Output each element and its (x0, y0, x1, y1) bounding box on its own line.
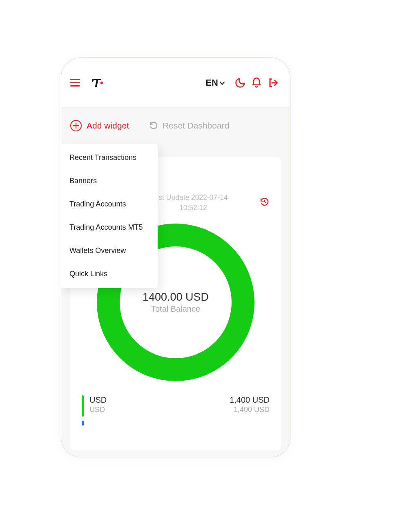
chevron-down-icon (220, 81, 225, 85)
canvas: 'T EN (0, 0, 406, 532)
total-balance-label: Total Balance (143, 304, 209, 314)
dropdown-item-banners[interactable]: Banners (61, 169, 158, 193)
legend-row: USD USD 1,400 USD 1,400 USD (82, 395, 270, 417)
reset-icon (149, 121, 158, 131)
reset-dashboard-button[interactable]: Reset Dashboard (149, 121, 229, 131)
app-logo: 'T (91, 76, 103, 90)
dropdown-item-wallets-overview[interactable]: Wallets Overview (61, 239, 158, 262)
dashboard-actions: Add widget Reset Dashboard (70, 120, 281, 131)
legend-amount: 1,400 USD (230, 395, 270, 405)
svg-point-0 (100, 81, 103, 84)
logout-icon (267, 77, 279, 89)
language-selector[interactable]: EN (205, 78, 225, 88)
moon-icon (234, 77, 246, 89)
add-widget-label: Add widget (87, 121, 129, 131)
bell-icon (251, 77, 262, 89)
legend-amount-sub: 1,400 USD (230, 406, 270, 414)
dashboard-body: Add widget Reset Dashboard Recent Transa… (61, 108, 290, 457)
legend-currency-code: USD (89, 395, 107, 405)
dark-mode-toggle[interactable] (232, 75, 248, 91)
add-widget-button[interactable]: Add widget (70, 120, 129, 131)
add-widget-dropdown: Recent Transactions Banners Trading Acco… (61, 144, 158, 288)
dropdown-item-trading-accounts[interactable]: Trading Accounts (61, 193, 158, 216)
mobile-frame: 'T EN (61, 58, 290, 457)
dropdown-item-recent-transactions[interactable]: Recent Transactions (61, 146, 158, 169)
plus-circle-icon (70, 120, 82, 131)
reset-label: Reset Dashboard (163, 121, 229, 131)
total-balance-value: 1400.00 USD (143, 291, 209, 304)
hamburger-menu-icon[interactable] (70, 79, 80, 86)
balance-legend: USD USD 1,400 USD 1,400 USD (82, 395, 270, 426)
refresh-button[interactable] (260, 197, 270, 208)
logout-button[interactable] (265, 75, 281, 91)
dropdown-item-quick-links[interactable]: Quick Links (61, 262, 158, 286)
notifications-button[interactable] (248, 75, 265, 91)
legend-color-indicator (82, 421, 84, 426)
history-icon (260, 197, 270, 207)
app-header: 'T EN (61, 58, 290, 108)
donut-center: 1400.00 USD Total Balance (143, 291, 209, 314)
language-label: EN (205, 78, 218, 88)
legend-row (82, 421, 270, 426)
dropdown-item-trading-accounts-mt5[interactable]: Trading Accounts MT5 (61, 216, 158, 239)
legend-color-indicator (82, 395, 84, 417)
legend-currency-sub: USD (89, 406, 107, 414)
